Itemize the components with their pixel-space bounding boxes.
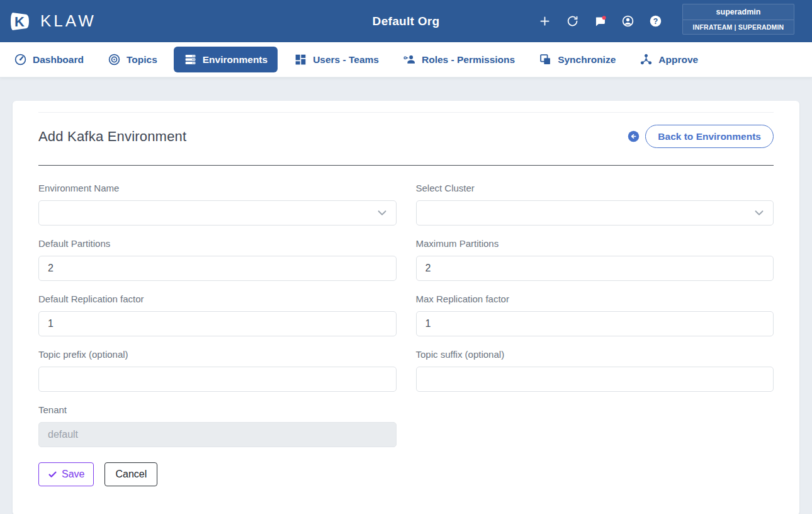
max-replication-factor-input[interactable] <box>416 311 774 336</box>
field-label: Topic prefix (optional) <box>38 349 397 360</box>
save-button[interactable]: Save <box>38 462 94 486</box>
default-replication-factor-input[interactable] <box>38 311 397 336</box>
nav-label: Environments <box>203 54 268 66</box>
section-divider <box>38 165 774 166</box>
plus-icon[interactable] <box>538 14 551 28</box>
field-label: Topic suffix (optional) <box>416 349 774 360</box>
maximum-partitions-input[interactable] <box>416 256 774 281</box>
environment-form: Environment Name Select Cluster Default … <box>38 183 774 447</box>
nav-label: Synchronize <box>558 54 616 66</box>
field-label: Max Replication factor <box>416 294 774 304</box>
page-title: Add Kafka Environment <box>38 128 186 145</box>
nav-item-synchronize[interactable]: Synchronize <box>531 47 623 72</box>
field-select-cluster: Select Cluster <box>416 183 774 226</box>
brand-name: KLAW <box>40 11 96 31</box>
notification-badge <box>602 16 606 20</box>
field-default-partitions: Default Partitions <box>38 238 397 281</box>
back-arrow-circle-icon[interactable] <box>628 130 640 142</box>
header-toolbar: ? <box>538 0 662 42</box>
field-topic-prefix: Topic prefix (optional) <box>38 349 397 392</box>
nav-label: Dashboard <box>33 54 84 66</box>
field-tenant: Tenant <box>38 404 397 447</box>
field-environment-name: Environment Name <box>38 183 397 226</box>
messages-icon[interactable] <box>594 14 607 28</box>
topic-prefix-input[interactable] <box>38 367 397 392</box>
field-max-replication-factor: Max Replication factor <box>416 294 774 336</box>
user-name: superadmin <box>683 4 794 20</box>
field-label: Tenant <box>38 404 397 415</box>
nav-label: Roles - Permissions <box>422 54 515 66</box>
select-cluster-select[interactable] <box>416 200 774 226</box>
tenant-input <box>38 422 397 447</box>
content-card: Add Kafka Environment Back to Environmen… <box>13 101 799 514</box>
brand[interactable]: K KLAW <box>0 8 96 35</box>
app-header: K KLAW Default Org <box>0 0 812 42</box>
klaw-logo-icon: K <box>8 8 34 35</box>
save-label: Save <box>62 469 84 480</box>
main-nav: Dashboard Topics Environments Users - Te… <box>0 42 812 77</box>
gauge-icon <box>14 53 27 66</box>
nav-item-approve[interactable]: Approve <box>632 47 706 72</box>
help-icon[interactable]: ? <box>649 14 662 28</box>
person-key-icon <box>403 53 416 66</box>
cancel-button[interactable]: Cancel <box>104 462 157 486</box>
back-to-environments-button[interactable]: Back to Environments <box>645 125 774 148</box>
svg-text:K: K <box>14 14 25 30</box>
field-topic-suffix: Topic suffix (optional) <box>416 349 774 392</box>
environment-name-select[interactable] <box>38 200 397 226</box>
server-stack-icon <box>184 53 197 66</box>
nav-item-dashboard[interactable]: Dashboard <box>6 47 91 72</box>
nav-label: Users - Teams <box>313 54 379 66</box>
form-actions: Save Cancel <box>38 462 774 486</box>
org-title: Default Org <box>373 14 440 28</box>
refresh-icon[interactable] <box>566 14 579 28</box>
account-icon[interactable] <box>621 14 634 28</box>
field-label: Select Cluster <box>416 183 774 193</box>
field-label: Default Partitions <box>38 238 397 249</box>
field-maximum-partitions: Maximum Partitions <box>416 238 774 281</box>
copy-squares-icon <box>539 53 552 66</box>
svg-text:?: ? <box>653 17 658 26</box>
nav-label: Topics <box>127 54 157 66</box>
target-icon <box>108 53 121 66</box>
grid-icon <box>294 53 307 66</box>
field-label: Default Replication factor <box>38 294 397 304</box>
nav-item-environments[interactable]: Environments <box>174 47 278 72</box>
nav-item-topics[interactable]: Topics <box>100 47 165 72</box>
topic-suffix-input[interactable] <box>416 367 774 392</box>
nav-item-users-teams[interactable]: Users - Teams <box>286 47 386 72</box>
field-default-replication-factor: Default Replication factor <box>38 294 397 336</box>
field-label: Environment Name <box>38 183 397 193</box>
check-icon <box>48 470 57 479</box>
user-menu[interactable]: superadmin INFRATEAM | SUPERADMIN <box>682 4 794 35</box>
user-team-role: INFRATEAM | SUPERADMIN <box>683 20 794 34</box>
hub-icon <box>640 53 653 66</box>
default-partitions-input[interactable] <box>38 256 397 281</box>
field-label: Maximum Partitions <box>416 238 774 249</box>
nav-label: Approve <box>658 54 698 66</box>
nav-item-roles-permissions[interactable]: Roles - Permissions <box>395 47 522 72</box>
